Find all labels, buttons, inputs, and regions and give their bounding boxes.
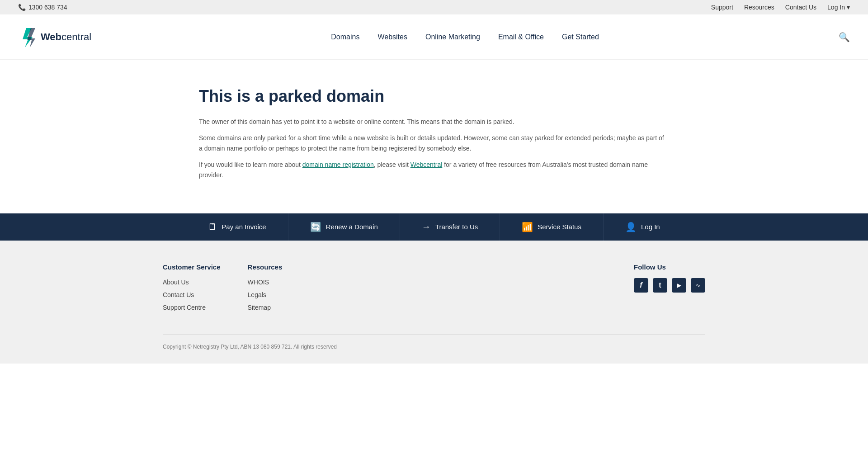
nav-websites[interactable]: Websites <box>377 33 407 41</box>
renew-domain-label: Renew a Domain <box>326 223 378 231</box>
facebook-icon[interactable]: f <box>634 278 648 293</box>
rss-icon[interactable]: ∿ <box>691 278 705 293</box>
top-nav: Support Resources Contact Us Log In ▾ <box>711 4 850 11</box>
service-status-action[interactable]: 📶 Service Status <box>500 213 604 241</box>
about-us-link[interactable]: About Us <box>163 279 189 286</box>
top-bar: 📞 1300 638 734 Support Resources Contact… <box>0 0 868 14</box>
pay-invoice-action[interactable]: 🗒 Pay an Invoice <box>186 213 288 241</box>
resources-heading: Resources <box>248 263 283 271</box>
resources-link[interactable]: Resources <box>744 4 774 11</box>
nav-email-office[interactable]: Email & Office <box>498 33 544 41</box>
phone-number: 1300 638 734 <box>28 4 67 11</box>
contact-us-link[interactable]: Contact Us <box>163 291 194 298</box>
search-button[interactable]: 🔍 <box>839 32 850 43</box>
copyright: Copyright © Netregistry Pty Ltd, ABN 13 … <box>163 334 705 350</box>
paragraph-3: If you would like to learn more about do… <box>199 160 669 180</box>
support-link[interactable]: Support <box>711 4 733 11</box>
youtube-icon[interactable]: ▶ <box>672 278 686 293</box>
resources-links: WHOIS Legals Sitemap <box>248 278 283 312</box>
twitter-icon[interactable]: t <box>653 278 667 293</box>
search-icon: 🔍 <box>839 32 850 42</box>
main-nav: Webcentral Domains Websites Online Marke… <box>0 14 868 60</box>
pay-invoice-label: Pay an Invoice <box>222 223 266 231</box>
resources-col: Resources WHOIS Legals Sitemap <box>248 263 283 316</box>
contact-us-toplink[interactable]: Contact Us <box>785 4 816 11</box>
phone-area: 📞 1300 638 734 <box>18 4 67 11</box>
login-action[interactable]: 👤 Log In <box>604 213 682 241</box>
nav-links: Domains Websites Online Marketing Email … <box>331 33 599 41</box>
footer: Customer Service About Us Contact Us Sup… <box>0 241 868 364</box>
nav-online-marketing[interactable]: Online Marketing <box>425 33 480 41</box>
nav-get-started[interactable]: Get Started <box>562 33 599 41</box>
customer-service-heading: Customer Service <box>163 263 221 271</box>
paragraph-1: The owner of this domain has yet to poin… <box>199 117 669 127</box>
legals-link[interactable]: Legals <box>248 291 266 298</box>
login-toplink[interactable]: Log In ▾ <box>827 4 850 11</box>
webcentral-link[interactable]: Webcentral <box>410 161 443 168</box>
login-label: Log In <box>641 223 660 231</box>
action-bar: 🗒 Pay an Invoice 🔄 Renew a Domain → Tran… <box>0 213 868 241</box>
renew-domain-action[interactable]: 🔄 Renew a Domain <box>288 213 400 241</box>
status-icon: 📶 <box>522 222 533 232</box>
transfer-label: Transfer to Us <box>435 223 478 231</box>
footer-columns: Customer Service About Us Contact Us Sup… <box>163 263 705 316</box>
transfer-icon: → <box>422 222 431 232</box>
phone-icon: 📞 <box>18 4 26 11</box>
renew-icon: 🔄 <box>310 222 321 232</box>
logo[interactable]: Webcentral <box>18 26 91 48</box>
follow-us-heading: Follow Us <box>634 263 705 271</box>
support-centre-link[interactable]: Support Centre <box>163 304 206 311</box>
customer-service-col: Customer Service About Us Contact Us Sup… <box>163 263 221 316</box>
chevron-down-icon: ▾ <box>847 4 850 11</box>
sitemap-link[interactable]: Sitemap <box>248 304 271 311</box>
customer-service-links: About Us Contact Us Support Centre <box>163 278 221 312</box>
service-status-label: Service Status <box>538 223 581 231</box>
login-icon: 👤 <box>625 222 637 232</box>
follow-us-col: Follow Us f t ▶ ∿ <box>634 263 705 316</box>
transfer-action[interactable]: → Transfer to Us <box>400 213 500 241</box>
social-icons: f t ▶ ∿ <box>634 278 705 293</box>
paragraph-2: Some domains are only parked for a short… <box>199 133 669 153</box>
whois-link[interactable]: WHOIS <box>248 279 269 286</box>
logo-text: Webcentral <box>41 31 91 43</box>
logo-icon <box>18 26 41 48</box>
main-content: This is a parked domain The owner of thi… <box>163 60 705 213</box>
invoice-icon: 🗒 <box>208 222 217 232</box>
page-title: This is a parked domain <box>199 87 669 106</box>
domain-name-registration-link[interactable]: domain name registration <box>302 161 374 168</box>
nav-domains[interactable]: Domains <box>331 33 359 41</box>
